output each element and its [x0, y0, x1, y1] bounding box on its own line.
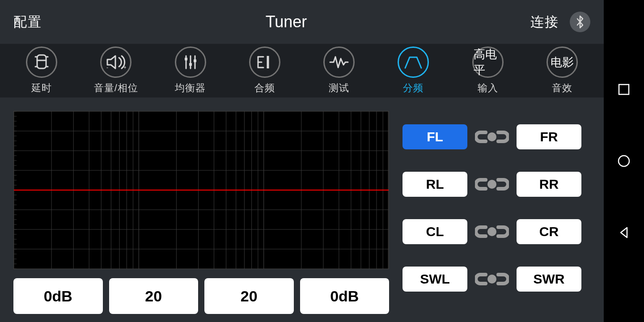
- channel-SWR[interactable]: SWR: [517, 267, 581, 292]
- bluetooth-icon[interactable]: [570, 12, 590, 32]
- svg-text:-: -: [106, 64, 108, 71]
- tab-4[interactable]: 测试: [305, 47, 373, 95]
- tab-bar: 延时-+音量/相位均衡器合频测试分频高电平输入电影音效: [0, 44, 604, 97]
- param-slope-left[interactable]: 0dB: [13, 278, 103, 314]
- home-button[interactable]: [617, 154, 631, 168]
- channel-row-2: CL CR: [402, 219, 590, 244]
- link-icon[interactable]: [472, 128, 512, 146]
- tab-1[interactable]: -+音量/相位: [82, 47, 149, 95]
- channel-CR[interactable]: CR: [517, 219, 581, 244]
- car-icon: [26, 47, 57, 78]
- xover-icon: [398, 47, 429, 78]
- channel-row-3: SWL SWR: [402, 267, 590, 292]
- param-slope-right[interactable]: 0dB: [300, 278, 390, 314]
- tab-5[interactable]: 分频: [380, 47, 447, 95]
- link-icon[interactable]: [472, 175, 512, 193]
- tab-3[interactable]: 合频: [231, 47, 298, 95]
- channel-RR[interactable]: RR: [517, 172, 581, 197]
- wave-icon: [323, 47, 355, 78]
- param-freq-right[interactable]: 20: [204, 278, 294, 314]
- tab-label: 音效: [552, 81, 572, 95]
- connect-button[interactable]: 连接: [530, 13, 559, 31]
- channel-row-1: RL RR: [402, 172, 590, 197]
- tab-6[interactable]: 高电平输入: [454, 47, 521, 95]
- svg-rect-93: [619, 85, 629, 94]
- header: 配置 Tuner 连接: [0, 0, 604, 44]
- svg-rect-13: [194, 59, 196, 62]
- text-icon: 电影: [547, 47, 578, 78]
- tab-0[interactable]: 延时: [8, 47, 75, 95]
- page-title: Tuner: [266, 13, 307, 31]
- svg-rect-92: [487, 275, 496, 284]
- merge-icon: [249, 47, 280, 78]
- channel-RL[interactable]: RL: [402, 172, 467, 197]
- svg-rect-89: [487, 132, 496, 141]
- channel-FR[interactable]: FR: [517, 124, 581, 149]
- param-freq-left[interactable]: 20: [109, 278, 199, 314]
- crossover-chart[interactable]: [13, 111, 389, 269]
- text-icon: 高电平: [472, 47, 504, 78]
- svg-rect-11: [185, 58, 187, 60]
- svg-text:+: +: [123, 64, 126, 71]
- tab-7[interactable]: 电影音效: [529, 47, 596, 95]
- volume-icon: -+: [100, 47, 131, 78]
- svg-point-94: [619, 156, 629, 166]
- svg-rect-90: [487, 180, 496, 189]
- channel-row-0: FL FR: [402, 124, 590, 149]
- link-icon[interactable]: [472, 270, 512, 288]
- link-icon[interactable]: [472, 223, 512, 241]
- tab-label: 输入: [478, 81, 498, 95]
- recent-apps-button[interactable]: [617, 83, 631, 96]
- tab-label: 分频: [403, 81, 424, 95]
- svg-rect-91: [487, 227, 496, 236]
- tab-label: 延时: [31, 81, 52, 95]
- tab-label: 测试: [329, 81, 349, 95]
- back-button[interactable]: [617, 226, 631, 239]
- tab-label: 合频: [254, 81, 275, 95]
- svg-rect-12: [189, 63, 192, 66]
- tab-label: 音量/相位: [94, 81, 138, 95]
- channel-CL[interactable]: CL: [402, 219, 467, 244]
- channel-FL[interactable]: FL: [402, 124, 467, 149]
- channel-SWL[interactable]: SWL: [402, 267, 467, 292]
- system-nav-bar: [604, 0, 644, 322]
- tab-2[interactable]: 均衡器: [157, 47, 224, 95]
- tab-label: 均衡器: [175, 81, 206, 95]
- config-button[interactable]: 配置: [13, 13, 42, 31]
- svg-rect-0: [37, 55, 46, 68]
- eq-icon: [175, 47, 206, 78]
